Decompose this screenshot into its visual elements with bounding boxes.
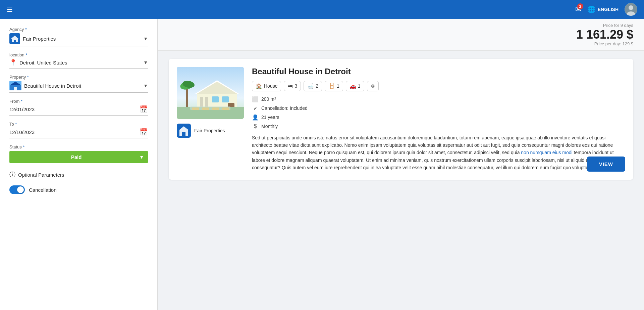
status-label: Status * bbox=[9, 144, 148, 149]
agency-select[interactable]: Fair Properties ▼ bbox=[9, 33, 148, 46]
svg-rect-20 bbox=[212, 96, 219, 102]
avatar[interactable] bbox=[625, 3, 637, 16]
toggle-thumb bbox=[17, 186, 24, 193]
to-required: * bbox=[15, 122, 17, 127]
cancellation-row: ✓ Cancellation: Included bbox=[252, 105, 625, 112]
menu-icon[interactable]: ☰ bbox=[7, 5, 13, 13]
price-per-day: Price per day: 129 $ bbox=[169, 41, 633, 46]
agency-logo bbox=[9, 33, 20, 44]
to-date-wrapper: 📅 bbox=[9, 128, 148, 138]
agency-logo-card bbox=[177, 124, 191, 138]
notification-count: 2 bbox=[577, 3, 583, 9]
agency-dropdown-arrow: ▼ bbox=[143, 36, 148, 41]
view-button[interactable]: VIEW bbox=[587, 157, 625, 172]
description-highlight: non numquam eius modi bbox=[521, 150, 572, 155]
property-label: Property * bbox=[9, 75, 148, 80]
cancellation-label: Cancellation bbox=[29, 187, 57, 193]
person-icon: 👤 bbox=[252, 114, 259, 121]
property-image bbox=[177, 67, 244, 119]
to-calendar-icon[interactable]: 📅 bbox=[140, 128, 148, 136]
optional-params-row[interactable]: ⓘ Optional Parameters bbox=[9, 171, 148, 179]
svg-rect-10 bbox=[14, 87, 17, 90]
area-icon: ⬜ bbox=[252, 96, 259, 102]
amenity-bedrooms: 🛏 3 bbox=[284, 81, 301, 91]
status-field: Status * Paid ▼ bbox=[9, 144, 148, 163]
main-layout: Agency * Fair Properties ▼ location * bbox=[0, 19, 644, 310]
property-value: Beautiful House in Detroit bbox=[24, 83, 141, 89]
svg-rect-27 bbox=[212, 107, 219, 110]
language-label: ENGLISH bbox=[598, 7, 619, 12]
cancellation-toggle[interactable] bbox=[9, 185, 25, 194]
amenity-ac: ❄ bbox=[367, 81, 379, 91]
svg-point-1 bbox=[629, 5, 633, 10]
toggle-track bbox=[9, 185, 25, 194]
property-dropdown-arrow: ▼ bbox=[143, 83, 148, 88]
globe-icon: 🌐 bbox=[587, 5, 596, 13]
property-card: Fair Properties Beautiful House in Detro… bbox=[169, 59, 633, 180]
topnav: ☰ ✉ 2 🌐 ENGLISH bbox=[0, 0, 644, 19]
age-value: 21 years bbox=[261, 115, 279, 120]
property-select[interactable]: Beautiful House in Detroit ▼ bbox=[9, 81, 148, 93]
card-left-section: Fair Properties bbox=[177, 67, 244, 172]
from-calendar-icon[interactable]: 📅 bbox=[140, 105, 148, 113]
language-selector[interactable]: 🌐 ENGLISH bbox=[587, 5, 619, 13]
check-icon: ✓ bbox=[252, 105, 259, 112]
agency-name-card: Fair Properties bbox=[194, 128, 225, 133]
notification-bell[interactable]: ✉ 2 bbox=[575, 5, 581, 14]
amenities-row: 🏠 House 🛏 3 🛁 2 🪜 1 bbox=[252, 81, 625, 91]
location-field: location * 📍 Detroit, United States ▼ bbox=[9, 52, 148, 69]
area-row: ⬜ 200 m² bbox=[252, 96, 625, 102]
to-label: To * bbox=[9, 122, 148, 127]
property-field: Property * Beautiful House in Detroit ▼ bbox=[9, 75, 148, 93]
property-title: Beautiful House in Detroit bbox=[252, 67, 625, 76]
status-select[interactable]: Paid ▼ bbox=[9, 151, 148, 163]
property-required: * bbox=[27, 75, 29, 80]
svg-rect-12 bbox=[186, 87, 188, 107]
svg-rect-25 bbox=[192, 107, 199, 110]
property-description: Sed ut perspiciatis unde omnis iste natu… bbox=[252, 134, 625, 172]
floors-icon: 🪜 bbox=[328, 83, 335, 89]
payment-row: $ Monthly bbox=[252, 123, 625, 129]
location-required: * bbox=[25, 52, 27, 57]
location-dropdown-arrow: ▼ bbox=[143, 60, 148, 65]
dollar-icon: $ bbox=[252, 123, 259, 129]
cancellation-toggle-row: Cancellation bbox=[9, 185, 148, 194]
property-meta: ⬜ 200 m² ✓ Cancellation: Included 👤 21 y… bbox=[252, 96, 625, 129]
property-type: House bbox=[264, 83, 277, 89]
floor-count: 1 bbox=[337, 83, 339, 89]
svg-rect-6 bbox=[14, 40, 16, 42]
from-date-input[interactable] bbox=[9, 106, 140, 112]
svg-rect-21 bbox=[222, 96, 229, 102]
optional-params-label: Optional Parameters bbox=[18, 172, 64, 178]
location-pin-icon: 📍 bbox=[9, 59, 17, 66]
amenity-parking: 🚗 1 bbox=[346, 81, 364, 91]
from-required: * bbox=[21, 99, 22, 104]
ac-icon: ❄ bbox=[371, 83, 375, 89]
area-value: 200 m² bbox=[261, 96, 276, 102]
price-for-days-label: Price for 9 days bbox=[169, 23, 633, 28]
location-value: Detroit, United States bbox=[19, 60, 141, 65]
location-select[interactable]: 📍 Detroit, United States ▼ bbox=[9, 59, 148, 69]
agency-required: * bbox=[25, 27, 27, 32]
payment-value: Monthly bbox=[261, 124, 278, 129]
price-bar: Price for 9 days 1 161.29 $ Price per da… bbox=[158, 19, 644, 51]
agency-info: Fair Properties bbox=[177, 124, 244, 138]
svg-rect-26 bbox=[202, 107, 209, 110]
agency-label: Agency * bbox=[9, 27, 148, 32]
status-dropdown-arrow: ▼ bbox=[139, 154, 144, 160]
car-icon: 🚗 bbox=[350, 83, 356, 89]
parking-count: 1 bbox=[358, 83, 361, 89]
from-date-wrapper: 📅 bbox=[9, 105, 148, 116]
main-content: Price for 9 days 1 161.29 $ Price per da… bbox=[158, 19, 644, 310]
status-required: * bbox=[23, 144, 24, 149]
card-right-section: Beautiful House in Detroit 🏠 House 🛏 3 � bbox=[252, 67, 625, 172]
agency-field: Agency * Fair Properties ▼ bbox=[9, 27, 148, 46]
amenity-type: 🏠 House bbox=[252, 81, 281, 91]
to-date-input[interactable] bbox=[9, 129, 140, 135]
age-row: 👤 21 years bbox=[252, 114, 625, 121]
amenity-bathrooms: 🛁 2 bbox=[304, 81, 322, 91]
status-value: Paid bbox=[13, 154, 139, 160]
property-thumbnail bbox=[9, 81, 21, 90]
agency-value: Fair Properties bbox=[23, 36, 141, 42]
price-total: 1 161.29 $ bbox=[169, 28, 633, 41]
